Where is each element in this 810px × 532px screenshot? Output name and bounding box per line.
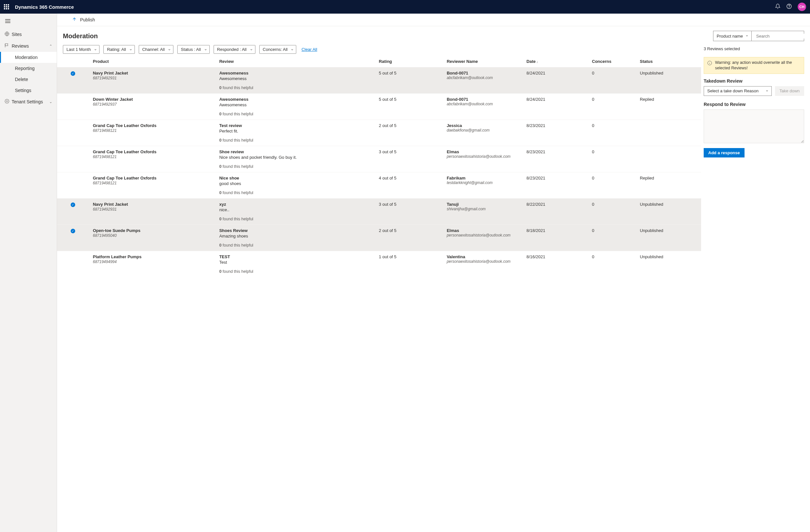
help-icon[interactable] — [786, 3, 792, 10]
add-response-button[interactable]: Add a response — [704, 148, 745, 157]
col-reviewer[interactable]: Reviewer Name — [444, 57, 524, 67]
nav-moderation[interactable]: Moderation — [0, 52, 57, 63]
col-date[interactable]: Date↓ — [524, 57, 589, 67]
table-row[interactable]: Grand Cap Toe Leather Oxfords 6871949812… — [57, 146, 701, 172]
reviewer-email: testdarkknight@gmail.com — [447, 181, 521, 185]
product-name: Platform Leather Pumps — [93, 254, 214, 259]
row-checkmark-icon[interactable]: ✓ — [71, 229, 75, 233]
reviewer-name: Elmas — [447, 228, 521, 233]
concerns-cell: 0 — [589, 199, 637, 225]
filter-concerns[interactable]: Concerns: All — [259, 45, 296, 54]
product-name: Navy Print Jacket — [93, 71, 214, 76]
status-cell: Unpublished — [637, 199, 701, 225]
nav-tenant-settings[interactable]: Tenant Settings ⌄ — [0, 96, 57, 107]
filter-responded[interactable]: Responded : All — [214, 45, 255, 54]
table-row[interactable]: Platform Leather Pumps 68719494994 TEST … — [57, 251, 701, 277]
table-row[interactable]: Grand Cap Toe Leather Oxfords 6871949812… — [57, 120, 701, 146]
date-cell: 8/18/2021 — [524, 225, 589, 251]
col-concerns[interactable]: Concerns — [589, 57, 637, 67]
rating-cell: 5 out of 5 — [376, 67, 444, 94]
bell-icon[interactable] — [775, 3, 780, 10]
table-row[interactable]: ✓ Navy Print Jacket 68719492931 Awesomen… — [57, 67, 701, 94]
reviewer-email: abcfabrikam@outlook.com — [447, 102, 521, 106]
status-cell: Replied — [637, 94, 701, 120]
review-body: nice.. — [219, 207, 373, 212]
row-checkmark-icon[interactable]: ✓ — [71, 71, 75, 76]
helpful-count: 0 found this helpful — [219, 217, 373, 221]
review-title: Awesomeness — [219, 97, 373, 102]
waffle-icon[interactable] — [4, 4, 9, 10]
reviewer-name: Bond-0071 — [447, 97, 521, 102]
warning-banner: Warning: any action would overwrite all … — [704, 57, 804, 74]
helpful-count: 0 found this helpful — [219, 243, 373, 248]
reviewer-email: daebakfiona@gmail.com — [447, 128, 521, 133]
date-cell: 8/22/2021 — [524, 199, 589, 225]
nav-settings[interactable]: Settings — [0, 85, 57, 96]
reviewer-email: personaexitosahistoria@outlook.com — [447, 233, 521, 237]
chevron-down-icon: ⌄ — [49, 100, 52, 104]
product-id: 68719492931 — [93, 207, 214, 212]
product-name: Navy Print Jacket — [93, 202, 214, 207]
rating-cell: 2 out of 5 — [376, 225, 444, 251]
clear-all-link[interactable]: Clear All — [302, 47, 317, 52]
filter-status[interactable]: Status : All — [177, 45, 209, 54]
left-nav: Sites Reviews ⌃ Moderation Reporting Del… — [0, 14, 57, 532]
table-row[interactable]: ✓ Navy Print Jacket 68719492931 xyz nice… — [57, 199, 701, 225]
review-body: good shoes — [219, 181, 373, 186]
nav-reviews[interactable]: Reviews ⌃ — [0, 40, 57, 52]
table-row[interactable]: Down Winter Jacket 68719492937 Awesomene… — [57, 94, 701, 120]
search-box[interactable] — [752, 31, 804, 41]
date-cell: 8/24/2021 — [524, 67, 589, 94]
col-status[interactable]: Status — [637, 57, 701, 67]
concerns-cell: 0 — [589, 94, 637, 120]
search-input[interactable] — [756, 34, 810, 38]
review-title: Shoe review — [219, 149, 373, 154]
filter-channel[interactable]: Channel: All — [139, 45, 174, 54]
gear-icon — [4, 99, 12, 105]
reviewer-name: Tanuji — [447, 202, 521, 207]
reviews-table: Product Review Rating Reviewer Name Date… — [57, 57, 701, 277]
helpful-count: 0 found this helpful — [219, 164, 373, 169]
hamburger-icon[interactable] — [0, 17, 57, 29]
svg-point-3 — [6, 101, 8, 102]
product-name: Down Winter Jacket — [93, 97, 214, 102]
takedown-button[interactable]: Take down — [775, 86, 804, 96]
concerns-cell: 0 — [589, 225, 637, 251]
concerns-cell: 0 — [589, 172, 637, 199]
rating-cell: 4 out of 5 — [376, 172, 444, 199]
takedown-reason-select[interactable]: Select a take down Reason — [704, 86, 772, 96]
rating-cell: 1 out of 5 — [376, 251, 444, 277]
col-rating[interactable]: Rating — [376, 57, 444, 67]
sort-desc-icon: ↓ — [536, 60, 538, 64]
nav-sites[interactable]: Sites — [0, 29, 57, 40]
col-product[interactable]: Product — [89, 57, 216, 67]
rating-cell: 3 out of 5 — [376, 146, 444, 172]
product-name: Grand Cap Toe Leather Oxfords — [93, 123, 214, 128]
filter-rating[interactable]: Rating: All — [103, 45, 135, 54]
col-review[interactable]: Review — [216, 57, 376, 67]
review-body: Amazing shoes — [219, 234, 373, 238]
selection-count: 3 Reviews selected — [704, 46, 804, 51]
date-cell: 8/24/2021 — [524, 94, 589, 120]
respond-heading: Respond to Review — [704, 102, 804, 107]
table-row[interactable]: ✓ Open-toe Suede Pumps 68719495040 Shoes… — [57, 225, 701, 251]
info-icon — [707, 61, 712, 65]
table-row[interactable]: Grand Cap Toe Leather Oxfords 6871949812… — [57, 172, 701, 199]
svg-point-1 — [789, 7, 789, 8]
avatar[interactable]: CH — [798, 3, 806, 11]
rating-cell: 3 out of 5 — [376, 199, 444, 225]
row-checkmark-icon[interactable]: ✓ — [71, 202, 75, 207]
concerns-cell: 0 — [589, 120, 637, 146]
nav-delete[interactable]: Delete — [0, 74, 57, 85]
review-title: TEST — [219, 254, 373, 259]
helpful-count: 0 found this helpful — [219, 190, 373, 195]
status-cell: Unpublished — [637, 225, 701, 251]
product-name-select[interactable]: Product name — [713, 31, 752, 41]
nav-reporting[interactable]: Reporting — [0, 63, 57, 74]
status-cell: Unpublished — [637, 251, 701, 277]
reviewer-name: Elmas — [447, 149, 521, 154]
publish-arrow-icon[interactable] — [72, 17, 77, 23]
filter-date-range[interactable]: Last 1 Month — [63, 45, 99, 54]
respond-textarea[interactable] — [704, 110, 804, 143]
publish-label[interactable]: Publish — [80, 17, 95, 22]
